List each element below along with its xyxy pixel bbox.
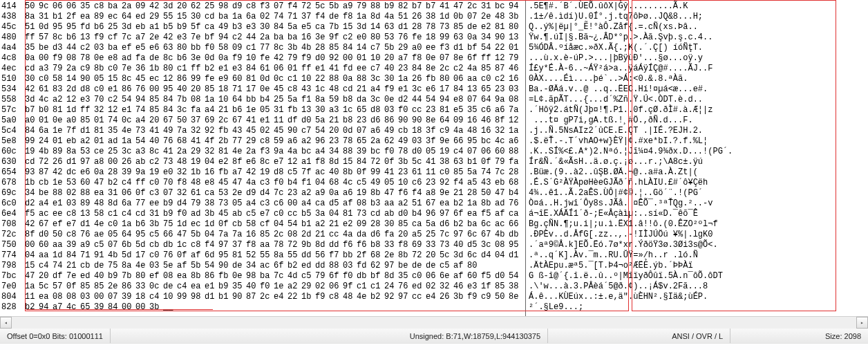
hex-byte[interactable]: b8 <box>343 116 357 126</box>
hex-byte[interactable]: ec <box>191 219 205 230</box>
hex-byte[interactable]: ac <box>315 167 329 178</box>
hex-byte[interactable]: c0 <box>149 178 163 188</box>
hex-byte[interactable]: 6f <box>467 53 481 64</box>
hex-byte[interactable]: b2 <box>205 64 218 74</box>
hex-byte[interactable]: 48 <box>343 292 357 302</box>
hex-byte[interactable]: 12 <box>108 105 122 116</box>
hex-byte[interactable]: 1a <box>232 12 246 22</box>
hex-byte[interactable]: 18 <box>412 126 426 136</box>
hex-byte[interactable]: 85 <box>80 282 94 292</box>
hex-byte[interactable]: 6a <box>39 126 53 136</box>
hex-byte[interactable]: 8f <box>232 157 246 167</box>
hex-byte[interactable]: 92 <box>440 178 453 188</box>
hex-byte[interactable]: c5 <box>357 178 370 188</box>
hex-byte[interactable]: 95 <box>467 136 481 147</box>
hex-byte[interactable]: 72 <box>301 1 315 12</box>
hex-byte[interactable]: 85 <box>149 95 163 105</box>
hex-byte[interactable]: 9b <box>301 240 315 250</box>
hex-byte[interactable]: f9 <box>94 33 108 43</box>
hex-byte[interactable]: 76 <box>509 199 522 209</box>
hex-byte[interactable]: 88 <box>343 147 357 157</box>
hex-byte[interactable]: 96 <box>426 209 440 219</box>
hex-byte[interactable]: 02 <box>426 282 440 292</box>
hex-byte[interactable]: cd <box>25 64 39 74</box>
hex-byte[interactable]: 8b <box>94 64 108 74</box>
hex-byte[interactable]: 7f <box>301 167 315 178</box>
hex-byte[interactable]: a8 <box>94 157 108 167</box>
hex-byte[interactable]: bb <box>191 43 205 53</box>
hex-byte[interactable]: 85 <box>329 43 343 53</box>
hex-byte[interactable]: b9 <box>177 22 191 33</box>
hex-byte[interactable]: 3e <box>315 33 329 43</box>
hex-byte[interactable]: b9 <box>218 282 232 292</box>
hex-byte[interactable]: 25 <box>426 230 440 240</box>
hex-byte[interactable]: d0 <box>398 209 412 219</box>
hex-byte[interactable]: 37 <box>191 116 205 126</box>
hex-byte[interactable]: 02 <box>315 282 329 292</box>
hex-byte[interactable]: 94 <box>440 95 453 105</box>
hex-byte[interactable]: aa <box>53 240 66 250</box>
hex-byte[interactable]: 0a <box>218 53 232 64</box>
hex-byte[interactable]: 04 <box>329 209 343 219</box>
hex-byte[interactable]: c8 <box>94 1 108 12</box>
hex-byte[interactable]: 43 <box>232 126 246 136</box>
hex-byte[interactable]: d1 <box>509 250 522 261</box>
hex-byte[interactable]: 08 <box>66 292 80 302</box>
hex-byte[interactable]: a7 <box>135 33 149 43</box>
hex-byte[interactable]: 16 <box>301 33 315 43</box>
hex-byte[interactable]: c1 <box>357 282 370 292</box>
hex-byte[interactable]: 1b <box>25 178 39 188</box>
hex-byte[interactable]: e3 <box>467 282 481 292</box>
hex-byte[interactable]: 73 <box>163 157 177 167</box>
hex-byte[interactable]: 1b <box>149 64 163 74</box>
hex-byte[interactable]: b1 <box>467 157 481 167</box>
hex-byte[interactable]: 5f <box>191 22 205 33</box>
hex-byte[interactable]: 90 <box>398 116 412 126</box>
hex-byte[interactable]: 21 <box>453 188 467 199</box>
hex-byte[interactable]: ab <box>135 157 149 167</box>
hex-byte[interactable]: 01 <box>287 64 301 74</box>
hex-byte[interactable]: 3c <box>122 147 135 157</box>
hex-byte[interactable]: de <box>426 261 440 271</box>
hex-byte[interactable]: 1b <box>191 167 205 178</box>
hex-byte[interactable]: 18 <box>426 33 440 43</box>
hex-byte[interactable]: fb <box>426 74 440 84</box>
hex-byte[interactable]: 88 <box>53 188 66 199</box>
hex-byte[interactable]: b6 <box>94 22 108 33</box>
hex-byte[interactable]: 07 <box>108 292 122 302</box>
hex-byte[interactable]: 03 <box>66 199 80 209</box>
hex-byte[interactable]: 39 <box>122 292 135 302</box>
hex-byte[interactable]: 0e <box>260 84 274 95</box>
hex-byte[interactable]: e1 <box>315 64 329 74</box>
hex-byte[interactable]: 0b <box>453 12 467 22</box>
hex-byte[interactable]: ca <box>205 22 218 33</box>
hex-byte[interactable]: e4 <box>274 292 287 302</box>
hex-byte[interactable]: 57 <box>39 33 53 43</box>
hex-byte[interactable]: 31 <box>108 188 122 199</box>
hex-byte[interactable]: 85 <box>260 230 274 240</box>
hex-byte[interactable]: 95 <box>66 22 80 33</box>
hex-byte[interactable]: 97 <box>453 230 467 240</box>
hex-byte[interactable]: 64 <box>481 95 495 105</box>
hex-byte[interactable]: ac <box>495 219 509 230</box>
hex-byte[interactable]: d8 <box>274 167 287 178</box>
hex-byte[interactable]: c8 <box>246 1 260 12</box>
hex-byte[interactable]: c0 <box>274 209 287 219</box>
hex-byte[interactable]: 53 <box>218 188 232 199</box>
hex-byte[interactable]: 48 <box>495 12 509 22</box>
hex-byte[interactable]: 7a <box>232 230 246 240</box>
hex-byte[interactable]: 35 <box>232 282 246 292</box>
hex-byte[interactable]: 10 <box>370 53 384 64</box>
hex-byte[interactable]: b0 <box>39 105 53 116</box>
hex-byte[interactable]: 26 <box>412 12 426 22</box>
hex-byte[interactable]: 38 <box>205 199 218 209</box>
hex-byte[interactable]: a2 <box>53 95 66 105</box>
hex-byte[interactable]: 01 <box>39 116 53 126</box>
hex-byte[interactable]: fd <box>343 64 357 74</box>
hex-byte[interactable]: aa <box>467 74 481 84</box>
ascii-row[interactable]: =L¢.ãpÃT...{...d´%Zñ.Ÿ.Ú<.ÒDT.è.d.. <box>529 95 733 105</box>
hex-byte[interactable]: 56 <box>315 250 329 261</box>
hex-byte[interactable]: 40 <box>177 84 191 95</box>
hex-byte[interactable]: 14 <box>357 43 370 53</box>
hex-byte[interactable]: 88 <box>509 147 522 157</box>
